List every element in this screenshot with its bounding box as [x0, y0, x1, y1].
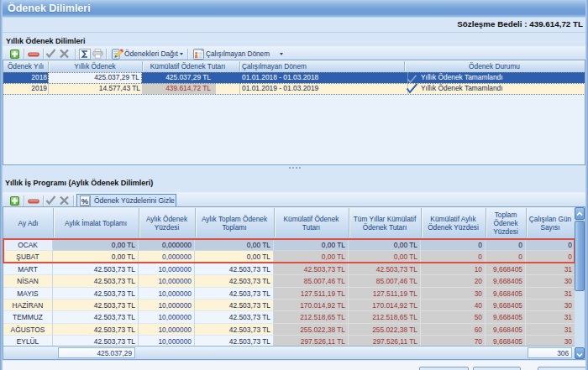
- svg-text:%: %: [81, 196, 89, 206]
